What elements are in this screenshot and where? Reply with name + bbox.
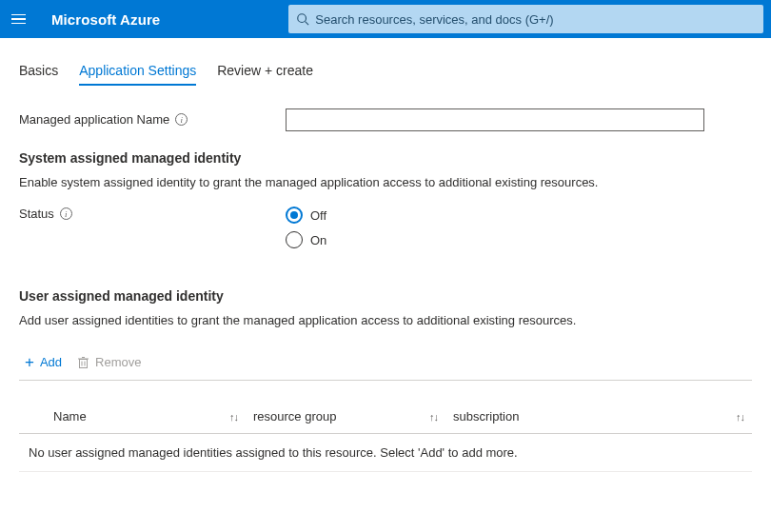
add-button[interactable]: + Add [25,354,62,370]
system-identity-heading: System assigned managed identity [19,150,752,166]
plus-icon: + [25,354,34,370]
global-search[interactable] [288,5,763,33]
sort-icon: ↑↓ [736,411,744,423]
user-identity-heading: User assigned managed identity [19,288,752,304]
remove-button-label: Remove [95,355,141,369]
managed-app-name-input[interactable] [286,108,704,131]
tab-application-settings[interactable]: Application Settings [79,63,196,86]
managed-app-name-label: Managed application Name [19,112,169,127]
sort-icon: ↑↓ [229,411,238,423]
tab-basics[interactable]: Basics [19,63,58,86]
radio-selected-icon [286,207,303,224]
col-name-label: Name [53,409,87,424]
system-identity-desc: Enable system assigned identity to grant… [19,175,752,189]
status-radio-off[interactable]: Off [286,207,704,224]
status-row: Status i Off On [19,207,752,248]
remove-button[interactable]: Remove [77,354,141,370]
managed-app-name-row: Managed application Name i [19,108,752,131]
user-identity-desc: Add user assigned identities to grant th… [19,313,752,327]
svg-line-1 [306,22,309,26]
col-rg-label: resource group [253,409,336,424]
search-icon [296,12,309,26]
info-icon[interactable]: i [175,113,188,126]
identity-grid-empty: No user assigned managed identities assi… [19,434,752,472]
search-input[interactable] [315,12,756,27]
add-button-label: Add [40,355,62,369]
sort-icon: ↑↓ [429,411,438,423]
trash-icon [77,356,89,369]
status-radio-on-label: On [310,233,326,247]
col-sub-label: subscription [453,409,519,424]
status-radio-off-label: Off [310,208,326,223]
svg-point-0 [298,14,306,23]
svg-rect-2 [80,359,88,367]
menu-icon[interactable] [8,8,30,30]
status-radio-group: Off On [286,207,704,248]
azure-topbar: Microsoft Azure [0,0,771,38]
col-resource-group[interactable]: resource group ↑↓ [253,409,453,424]
status-radio-on[interactable]: On [286,231,704,248]
brand-label: Microsoft Azure [51,11,160,28]
radio-unselected-icon [286,231,303,248]
col-subscription[interactable]: subscription ↑↓ [453,409,752,424]
identity-toolbar: + Add Remove [19,345,752,381]
col-name[interactable]: Name ↑↓ [53,409,253,424]
tab-review-create[interactable]: Review + create [217,63,313,86]
identity-grid-header: Name ↑↓ resource group ↑↓ subscription ↑… [19,381,752,434]
page-content: Basics Application Settings Review + cre… [0,38,771,491]
info-icon[interactable]: i [60,207,72,220]
tabs: Basics Application Settings Review + cre… [19,63,752,86]
status-label: Status [19,207,54,221]
